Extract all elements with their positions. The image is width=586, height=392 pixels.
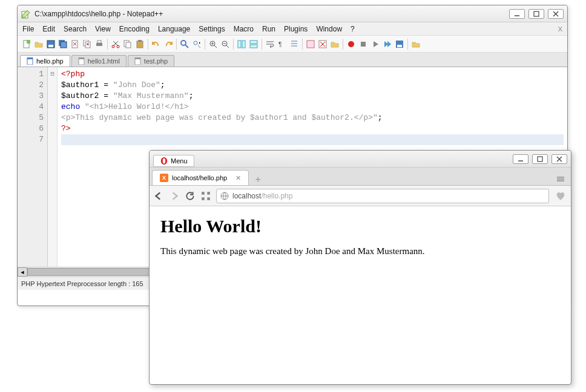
scroll-left-arrow-icon[interactable]: ◄ <box>18 267 27 276</box>
back-button[interactable] <box>153 191 164 201</box>
line-number-gutter: 1 2 3 4 5 6 7 <box>18 67 48 267</box>
svg-rect-47 <box>538 157 542 162</box>
paste-icon[interactable] <box>134 39 145 50</box>
svg-rect-28 <box>242 41 245 48</box>
speed-dial-button[interactable] <box>200 191 211 201</box>
browser-content-area: Hello World! This dynamic web page was c… <box>150 206 571 266</box>
minimize-button[interactable] <box>509 9 525 19</box>
svg-rect-27 <box>238 41 241 48</box>
site-info-icon[interactable] <box>220 192 229 200</box>
svg-line-21 <box>185 45 188 48</box>
play-macro-icon[interactable] <box>370 39 381 50</box>
close-all-icon[interactable] <box>82 39 93 50</box>
file-icon <box>134 57 142 65</box>
fold-toggle-icon[interactable]: ⊟ <box>48 69 57 80</box>
svg-rect-48 <box>202 192 205 195</box>
browser-maximize-button[interactable] <box>532 154 548 164</box>
browser-tab-label: localhost/hello.php <box>172 174 227 181</box>
svg-point-20 <box>181 41 186 45</box>
new-file-icon[interactable] <box>21 39 32 50</box>
svg-rect-32 <box>307 41 314 48</box>
browser-window: Menu X localhost/hello.php ✕ + localhost… <box>149 150 571 385</box>
fold-column[interactable]: ⊟ <box>48 67 58 267</box>
menu-file[interactable]: File <box>22 25 34 33</box>
open-folder-icon[interactable] <box>410 39 421 50</box>
tab-overflow-icon[interactable] <box>556 175 566 185</box>
browser-minimize-button[interactable] <box>513 154 528 164</box>
notepadpp-app-icon <box>21 9 31 19</box>
forward-button[interactable] <box>169 191 180 201</box>
svg-rect-43 <box>135 57 140 59</box>
zoom-out-icon[interactable] <box>220 39 231 50</box>
close-button[interactable] <box>548 9 564 19</box>
page-heading: Hello World! <box>160 216 560 237</box>
replace-icon[interactable] <box>191 39 202 50</box>
status-text: PHP Hypertext Preprocessor length : 165 <box>21 280 143 287</box>
menu-view[interactable]: View <box>95 25 111 33</box>
close-file-icon[interactable] <box>70 39 81 50</box>
menu-settings[interactable]: Settings <box>199 25 225 33</box>
tab-test-php[interactable]: test.php <box>128 55 174 67</box>
redo-icon[interactable] <box>163 39 174 50</box>
svg-rect-49 <box>207 192 210 195</box>
sync-h-icon[interactable] <box>248 39 259 50</box>
print-icon[interactable] <box>94 39 105 50</box>
save-macro-icon[interactable] <box>394 39 405 50</box>
svg-rect-29 <box>250 41 257 44</box>
all-chars-icon[interactable]: ¶ <box>277 39 288 50</box>
folder-icon[interactable] <box>329 39 340 50</box>
sync-v-icon[interactable] <box>236 39 247 50</box>
npp-menubar: File Edit Search View Encoding Language … <box>18 22 567 36</box>
menu-edit[interactable]: Edit <box>42 25 55 33</box>
open-file-icon[interactable] <box>33 39 44 50</box>
menu-encoding[interactable]: Encoding <box>119 25 150 33</box>
svg-rect-13 <box>97 41 101 43</box>
play-multi-icon[interactable] <box>382 39 393 50</box>
save-icon[interactable] <box>45 39 56 50</box>
npp-titlebar[interactable]: C:\xampp\htdocs\hello.php - Notepad++ <box>18 5 567 22</box>
doc-map-icon[interactable] <box>317 39 328 50</box>
file-icon <box>78 57 85 65</box>
cut-icon[interactable] <box>110 39 121 50</box>
menu-label: Menu <box>171 157 188 165</box>
new-tab-button[interactable]: + <box>252 174 263 185</box>
tab-hello-php[interactable]: hello.php <box>20 55 70 67</box>
menu-language[interactable]: Language <box>158 25 190 33</box>
window-title: C:\xampp\htdocs\hello.php - Notepad++ <box>35 10 509 18</box>
undo-icon[interactable] <box>151 39 162 50</box>
tab-label: hello1.html <box>88 57 120 65</box>
menu-x[interactable]: X <box>558 25 562 33</box>
opera-menu-button[interactable]: Menu <box>153 155 194 167</box>
stop-macro-icon[interactable] <box>358 39 369 50</box>
address-bar[interactable]: localhost/hello.php <box>216 189 549 203</box>
tab-hello1-html[interactable]: hello1.html <box>71 55 127 67</box>
wordwrap-icon[interactable] <box>265 39 275 50</box>
svg-rect-39 <box>27 57 33 59</box>
copy-icon[interactable] <box>122 39 133 50</box>
svg-line-26 <box>226 45 229 48</box>
menu-macro[interactable]: Macro <box>234 25 254 33</box>
npp-toolbar: ¶ <box>18 36 567 53</box>
menu-plugins[interactable]: Plugins <box>284 25 308 33</box>
find-icon[interactable] <box>179 39 190 50</box>
menu-run[interactable]: Run <box>262 25 275 33</box>
tab-close-icon[interactable]: ✕ <box>235 174 241 182</box>
indent-guide-icon[interactable] <box>289 39 300 50</box>
maximize-button[interactable] <box>528 9 544 19</box>
zoom-in-icon[interactable] <box>208 39 219 50</box>
browser-titlebar[interactable]: Menu <box>150 151 571 168</box>
record-macro-icon[interactable] <box>346 39 357 50</box>
menu-search[interactable]: Search <box>64 25 87 33</box>
browser-close-button[interactable] <box>551 154 567 164</box>
func-list-icon[interactable] <box>305 39 316 50</box>
bookmark-button[interactable] <box>554 189 567 203</box>
svg-rect-8 <box>61 42 67 48</box>
menu-window[interactable]: Window <box>316 25 342 33</box>
reload-button[interactable] <box>185 191 196 201</box>
svg-point-45 <box>163 158 165 163</box>
browser-tab-active[interactable]: X localhost/hello.php ✕ <box>152 170 249 185</box>
url-text: localhost/hello.php <box>232 192 292 200</box>
menu-help[interactable]: ? <box>351 25 355 33</box>
save-all-icon[interactable] <box>58 39 68 50</box>
browser-toolbar: localhost/hello.php <box>150 186 571 206</box>
